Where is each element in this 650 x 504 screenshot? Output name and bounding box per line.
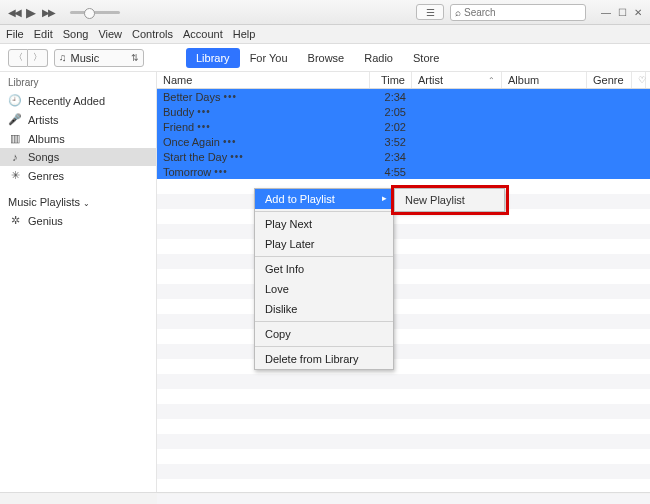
empty-row bbox=[157, 359, 650, 374]
tab-for-you[interactable]: For You bbox=[240, 48, 298, 68]
table-header: Name Time Artist⌃ Album Genre ♡ bbox=[157, 72, 650, 89]
empty-row bbox=[157, 449, 650, 464]
forward-button[interactable]: ▶▶ bbox=[42, 7, 54, 18]
table-row[interactable]: Better Days •••2:34 bbox=[157, 89, 650, 104]
menu-controls[interactable]: Controls bbox=[132, 28, 173, 40]
context-menu: Add to Playlist▸Play NextPlay LaterGet I… bbox=[254, 188, 394, 370]
sidebar-item-albums[interactable]: ▥Albums bbox=[0, 129, 156, 148]
nav-tabs: Library For You Browse Radio Store bbox=[186, 48, 449, 68]
toolbar: 〈 〉 Music ⇅ Library For You Browse Radio… bbox=[0, 44, 650, 72]
menu-item[interactable]: Get Info bbox=[255, 259, 393, 279]
menu-file[interactable]: File bbox=[6, 28, 24, 40]
menu-item[interactable]: Delete from Library bbox=[255, 349, 393, 369]
context-submenu-new-playlist[interactable]: New Playlist bbox=[394, 188, 505, 212]
menu-song[interactable]: Song bbox=[63, 28, 89, 40]
track-time: 2:05 bbox=[370, 106, 412, 118]
column-album[interactable]: Album bbox=[502, 72, 587, 88]
tab-radio[interactable]: Radio bbox=[354, 48, 403, 68]
menu-view[interactable]: View bbox=[98, 28, 122, 40]
sidebar-item-artists[interactable]: 🎤Artists bbox=[0, 110, 156, 129]
empty-row bbox=[157, 284, 650, 299]
sidebar-item-genres[interactable]: ✳Genres bbox=[0, 166, 156, 185]
sidebar-item-label: Genius bbox=[28, 215, 63, 227]
mic-icon: 🎤 bbox=[8, 113, 22, 126]
minimize-button[interactable]: — bbox=[600, 6, 612, 18]
column-artist[interactable]: Artist⌃ bbox=[412, 72, 502, 88]
menu-item[interactable]: Play Next bbox=[255, 214, 393, 234]
menu-account[interactable]: Account bbox=[183, 28, 223, 40]
track-time: 2:02 bbox=[370, 121, 412, 133]
search-input[interactable]: ⌕ bbox=[450, 4, 586, 21]
track-time: 2:34 bbox=[370, 91, 412, 103]
menu-item[interactable]: Love bbox=[255, 279, 393, 299]
menu-item[interactable]: Dislike bbox=[255, 299, 393, 319]
close-button[interactable]: ✕ bbox=[632, 6, 644, 18]
rewind-button[interactable]: ◀◀ bbox=[8, 7, 20, 18]
more-icon[interactable]: ••• bbox=[223, 136, 237, 147]
chevron-updown-icon: ⇅ bbox=[131, 53, 139, 63]
chevron-down-icon: ⌄ bbox=[83, 199, 90, 208]
tab-store[interactable]: Store bbox=[403, 48, 449, 68]
more-icon[interactable]: ••• bbox=[223, 91, 237, 102]
forward-button-nav[interactable]: 〉 bbox=[28, 49, 48, 67]
list-view-button[interactable]: ☰ bbox=[416, 4, 444, 20]
maximize-button[interactable]: ☐ bbox=[616, 6, 628, 18]
menu-bar: File Edit Song View Controls Account Hel… bbox=[0, 25, 650, 44]
empty-row bbox=[157, 314, 650, 329]
more-icon[interactable]: ••• bbox=[214, 166, 228, 177]
empty-row bbox=[157, 224, 650, 239]
empty-row bbox=[157, 254, 650, 269]
menu-separator bbox=[255, 256, 393, 257]
column-time[interactable]: Time bbox=[370, 72, 412, 88]
sidebar-header-playlists[interactable]: Music Playlists ⌄ bbox=[0, 191, 156, 211]
sidebar-item-genius[interactable]: ✲Genius bbox=[0, 211, 156, 230]
track-name: Buddy bbox=[163, 106, 194, 118]
track-name: Start the Day bbox=[163, 151, 227, 163]
empty-row bbox=[157, 329, 650, 344]
menu-item[interactable]: Add to Playlist▸ bbox=[255, 189, 393, 209]
menu-item[interactable]: Play Later bbox=[255, 234, 393, 254]
heart-icon: ♡ bbox=[638, 75, 646, 85]
album-icon: ▥ bbox=[8, 132, 22, 145]
track-name: Tomorrow bbox=[163, 166, 211, 178]
track-list: Name Time Artist⌃ Album Genre ♡ Better D… bbox=[157, 72, 650, 492]
genre-icon: ✳ bbox=[8, 169, 22, 182]
back-button[interactable]: 〈 bbox=[8, 49, 28, 67]
menu-edit[interactable]: Edit bbox=[34, 28, 53, 40]
note-icon: ♪ bbox=[8, 151, 22, 163]
column-name[interactable]: Name bbox=[157, 72, 370, 88]
empty-row bbox=[157, 299, 650, 314]
sidebar-item-recently-added[interactable]: 🕘Recently Added bbox=[0, 91, 156, 110]
column-love[interactable]: ♡ bbox=[632, 72, 646, 88]
empty-row bbox=[157, 389, 650, 404]
column-genre[interactable]: Genre bbox=[587, 72, 632, 88]
table-row[interactable]: Buddy •••2:05 bbox=[157, 104, 650, 119]
clock-icon: 🕘 bbox=[8, 94, 22, 107]
play-button[interactable]: ▶ bbox=[26, 5, 36, 20]
sidebar-item-label: Artists bbox=[28, 114, 59, 126]
empty-row bbox=[157, 494, 650, 504]
sort-caret-icon: ⌃ bbox=[488, 76, 495, 85]
table-row[interactable]: Once Again •••3:52 bbox=[157, 134, 650, 149]
title-bar: ◀◀ ▶ ▶▶ ☰ ⌕ — ☐ ✕ bbox=[0, 0, 650, 25]
tab-library[interactable]: Library bbox=[186, 48, 240, 68]
media-selector[interactable]: Music ⇅ bbox=[54, 49, 144, 67]
volume-slider[interactable] bbox=[70, 11, 120, 14]
menu-help[interactable]: Help bbox=[233, 28, 256, 40]
search-icon: ⌕ bbox=[455, 7, 461, 18]
sidebar-item-songs[interactable]: ♪Songs bbox=[0, 148, 156, 166]
track-time: 2:34 bbox=[370, 151, 412, 163]
table-row[interactable]: Tomorrow •••4:55 bbox=[157, 164, 650, 179]
empty-row bbox=[157, 434, 650, 449]
tab-browse[interactable]: Browse bbox=[298, 48, 355, 68]
table-row[interactable]: Start the Day •••2:34 bbox=[157, 149, 650, 164]
menu-item[interactable]: Copy bbox=[255, 324, 393, 344]
track-name: Friend bbox=[163, 121, 194, 133]
track-name: Better Days bbox=[163, 91, 220, 103]
more-icon[interactable]: ••• bbox=[230, 151, 244, 162]
more-icon[interactable]: ••• bbox=[197, 121, 211, 132]
genius-icon: ✲ bbox=[8, 214, 22, 227]
submenu-arrow-icon: ▸ bbox=[382, 193, 387, 203]
more-icon[interactable]: ••• bbox=[197, 106, 211, 117]
table-row[interactable]: Friend •••2:02 bbox=[157, 119, 650, 134]
